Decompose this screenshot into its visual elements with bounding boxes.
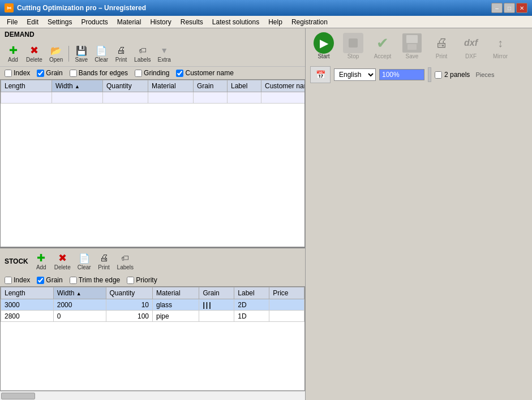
demand-clear-button[interactable]: 📄 Clear <box>92 43 110 64</box>
demand-grain-checkbox[interactable] <box>37 70 44 77</box>
print-icon: 🖨 <box>115 44 127 57</box>
demand-customername-checkbox[interactable] <box>176 70 183 77</box>
accept-button[interactable]: ✔ Accept <box>369 31 396 62</box>
stock-row-0[interactable]: 3000 2000 10 glass ||| 2D <box>1 299 304 311</box>
stock-labels-button[interactable]: 🏷 Labels <box>115 251 136 272</box>
stock-col-length[interactable]: Length <box>1 287 54 299</box>
stock-print-button[interactable]: 🖨 Print <box>96 251 113 272</box>
menu-file[interactable]: File <box>2 17 22 27</box>
stock-priority-checkbox[interactable] <box>127 277 134 284</box>
stop-button[interactable]: Stop <box>340 31 367 62</box>
menu-material[interactable]: Material <box>113 17 146 27</box>
demand-bands-checkbox[interactable] <box>70 70 77 77</box>
menu-help[interactable]: Help <box>264 17 287 27</box>
scroll-thumb[interactable] <box>1 393 35 399</box>
menu-edit[interactable]: Edit <box>22 17 43 27</box>
demand-col-length[interactable]: Length <box>1 80 52 92</box>
demand-labels-button[interactable]: 🏷 Labels <box>132 43 153 64</box>
stock-grain-checkbox[interactable] <box>37 277 44 284</box>
two-panels-checkbox[interactable] <box>435 71 442 79</box>
stock-col-width[interactable]: Width ▲ <box>53 287 106 299</box>
demand-save-button[interactable]: 💾 Save <box>72 43 90 64</box>
menu-settings[interactable]: Settings <box>43 17 76 27</box>
menu-latest-solutions[interactable]: Latest solutions <box>208 17 264 27</box>
demand-col-material[interactable]: Material <box>148 80 194 92</box>
demand-grinding-checkbox[interactable] <box>135 70 142 77</box>
stock-row-1[interactable]: 2800 0 100 pipe 1D <box>1 311 304 322</box>
right-print-icon: 🖨 <box>431 33 452 53</box>
stock-col-quantity[interactable]: Quantity <box>106 287 152 299</box>
demand-col-grain[interactable]: Grain <box>194 80 228 92</box>
stock-header: STOCK <box>0 255 31 268</box>
pieces-label: Pieces <box>475 71 494 78</box>
menu-registration[interactable]: Registration <box>287 17 332 27</box>
demand-col-customer[interactable]: Customer name <box>261 80 306 92</box>
mirror-button[interactable]: ↕ Mirror <box>487 31 514 62</box>
close-button[interactable]: ✕ <box>516 3 527 13</box>
stock-index-option[interactable]: Index <box>5 276 30 284</box>
stock-col-grain[interactable]: Grain <box>199 287 234 299</box>
demand-col-quantity[interactable]: Quantity <box>103 80 148 92</box>
stock-add-icon: ✚ <box>35 252 48 264</box>
add-icon: ✚ <box>7 44 19 57</box>
demand-extra-button[interactable]: ▼ Extra <box>156 43 173 64</box>
maximize-button[interactable]: □ <box>504 3 515 13</box>
stock-col-label[interactable]: Label <box>234 287 269 299</box>
stop-icon <box>343 33 363 53</box>
canvas-area <box>306 85 532 400</box>
two-panels-label: 2 panels <box>444 71 470 79</box>
demand-grinding-option[interactable]: Grinding <box>135 69 169 77</box>
stock-delete-button[interactable]: ✖ Delete <box>52 251 73 272</box>
stock-index-label: Index <box>14 276 30 284</box>
splitter-vertical[interactable] <box>428 67 431 82</box>
menu-bar: File Edit Settings Products Material His… <box>0 16 532 28</box>
demand-customername-option[interactable]: Customer name <box>176 69 233 77</box>
stock-clear-button[interactable]: 📄 Clear <box>75 251 93 272</box>
stock-add-button[interactable]: ✚ Add <box>33 251 50 272</box>
window-controls: – □ ✕ <box>491 3 527 13</box>
stock-trim-checkbox[interactable] <box>70 277 77 284</box>
demand-bands-label: Bands for edges <box>79 69 128 77</box>
demand-open-button[interactable]: 📂 Open <box>47 43 65 64</box>
start-button[interactable]: ▶ Start <box>310 31 337 62</box>
demand-section: DEMAND ✚ Add ✖ Delete 📂 Open 💾 <box>0 28 305 247</box>
minimize-button[interactable]: – <box>491 3 503 13</box>
labels-icon: 🏷 <box>136 44 149 57</box>
demand-empty-row[interactable] <box>1 92 306 104</box>
dxf-button[interactable]: dxf DXF <box>457 31 484 62</box>
language-select[interactable]: English French German Spanish <box>334 68 376 81</box>
right-panel: ▶ Start Stop ✔ Accept <box>306 28 532 400</box>
accept-icon: ✔ <box>372 33 393 53</box>
demand-print-button[interactable]: 🖨 Print <box>113 43 130 64</box>
stock-col-material[interactable]: Material <box>152 287 199 299</box>
demand-open-label: Open <box>49 57 63 63</box>
demand-delete-button[interactable]: ✖ Delete <box>24 43 45 64</box>
stock-grain-option[interactable]: Grain <box>37 276 62 284</box>
stock-index-checkbox[interactable] <box>5 277 12 284</box>
dxf-icon: dxf <box>461 33 481 53</box>
two-panels-option[interactable]: 2 panels <box>435 71 470 79</box>
right-save-button[interactable]: Save <box>398 31 426 62</box>
stock-trim-option[interactable]: Trim the edge <box>70 276 121 284</box>
demand-col-width[interactable]: Width ▲ <box>52 80 103 92</box>
stop-label: Stop <box>347 53 359 59</box>
stock-delete-label: Delete <box>54 264 71 270</box>
demand-col-label[interactable]: Label <box>228 80 261 92</box>
demand-index-checkbox[interactable] <box>5 70 12 77</box>
zoom-input[interactable] <box>379 69 424 80</box>
demand-add-button[interactable]: ✚ Add <box>5 43 22 64</box>
right-print-button[interactable]: 🖨 Print <box>428 31 455 62</box>
stock-priority-option[interactable]: Priority <box>127 276 157 284</box>
demand-index-option[interactable]: Index <box>5 69 30 77</box>
demand-bands-option[interactable]: Bands for edges <box>70 69 128 77</box>
stock-col-price[interactable]: Price <box>269 287 304 299</box>
menu-history[interactable]: History <box>145 17 175 27</box>
stock-labels-label: Labels <box>117 264 134 270</box>
menu-results[interactable]: Results <box>176 17 208 27</box>
delete-icon: ✖ <box>28 44 40 57</box>
stock-horizontal-scrollbar[interactable] <box>0 391 305 400</box>
menu-products[interactable]: Products <box>76 17 112 27</box>
calendar-icon[interactable]: 📅 <box>310 66 331 83</box>
demand-grain-option[interactable]: Grain <box>37 69 62 77</box>
clear-icon: 📄 <box>95 44 108 57</box>
